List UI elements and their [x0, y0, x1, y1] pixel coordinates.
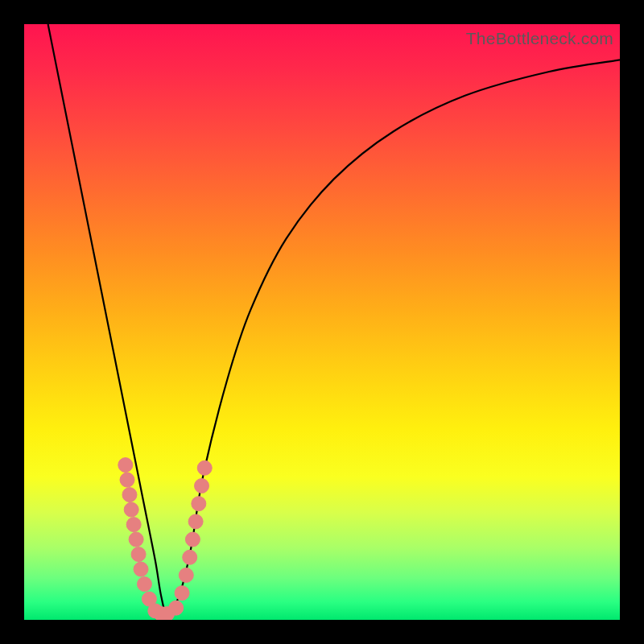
data-marker	[120, 473, 134, 487]
data-marker	[179, 568, 193, 583]
data-marker	[183, 550, 197, 564]
data-marker	[188, 514, 203, 529]
data-marker	[169, 601, 184, 615]
data-marker	[129, 532, 143, 547]
data-markers	[118, 458, 212, 620]
data-marker	[124, 502, 138, 517]
data-marker	[137, 577, 151, 592]
data-marker	[122, 488, 137, 502]
data-marker	[195, 479, 209, 493]
data-marker	[192, 497, 206, 511]
data-marker	[185, 532, 200, 547]
chart-svg	[24, 24, 620, 620]
chart-frame: TheBottleneck.com	[0, 0, 644, 644]
data-marker	[197, 460, 212, 475]
data-marker	[118, 458, 133, 473]
plot-area: TheBottleneck.com	[24, 24, 620, 620]
data-marker	[175, 586, 189, 601]
data-marker	[134, 562, 148, 576]
data-marker	[131, 547, 146, 562]
data-marker	[126, 518, 141, 532]
